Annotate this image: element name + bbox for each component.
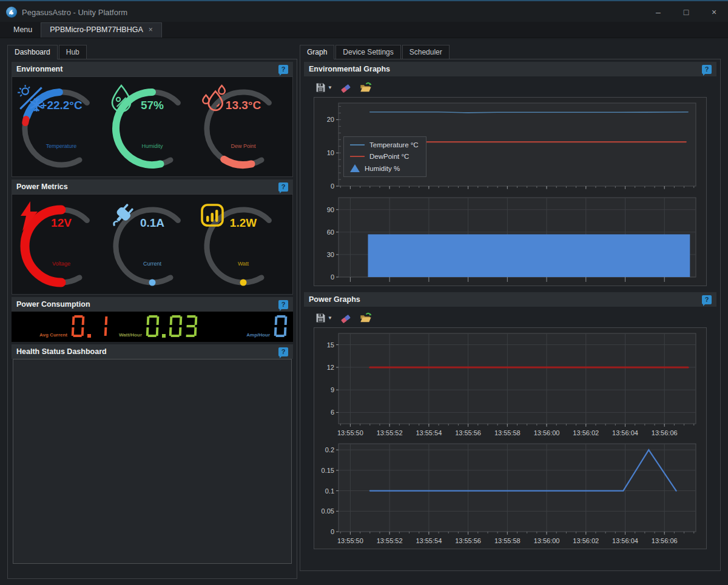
readout-avg-current: Avg Current	[18, 315, 107, 338]
content-area: Dashboard Hub Environment ? +22.2°C Temp…	[0, 38, 728, 585]
app-logo-icon	[6, 7, 17, 18]
svg-text:12: 12	[327, 364, 334, 371]
tab-scheduler[interactable]: Scheduler	[402, 45, 450, 59]
svg-text:13:56:04: 13:56:04	[612, 429, 638, 436]
tab-menu[interactable]: Menu	[5, 23, 41, 38]
environmental-graphs-header: Environmental Graphs ?	[304, 62, 716, 76]
readout-amp-hour-label: Amp/Hour	[246, 332, 270, 338]
tab-device[interactable]: PPBMicro-PPBM77HBHGA ×	[41, 22, 162, 38]
line-swatch-icon	[350, 156, 365, 157]
triangle-swatch-icon	[350, 164, 360, 172]
minimize-button[interactable]: –	[644, 2, 672, 22]
gauge-humidity-label: Humidity	[141, 143, 163, 149]
environmental-graphs-title: Environmental Graphs	[309, 65, 390, 73]
svg-text:13:56:02: 13:56:02	[573, 429, 599, 436]
environment-body: +22.2°C Temperature57% Humidity13.3°C De…	[12, 76, 293, 177]
dashboard-panel: Environment ? +22.2°C Temperature57% Hum…	[7, 59, 297, 579]
svg-text:15: 15	[327, 341, 334, 349]
help-icon[interactable]: ?	[278, 347, 288, 356]
svg-text:13:56:02: 13:56:02	[573, 537, 599, 544]
series-humidity-	[368, 235, 690, 277]
save-icon[interactable]: ▼	[315, 82, 332, 93]
legend-label: DewPoint °C	[369, 153, 409, 160]
save-icon[interactable]: ▼	[315, 312, 332, 324]
svg-text:0: 0	[331, 273, 334, 281]
svg-text:10: 10	[327, 149, 334, 156]
tab-graph[interactable]: Graph	[300, 45, 334, 59]
gauge-watt-value: 1.2W	[230, 216, 257, 230]
open-file-icon[interactable]	[359, 81, 372, 93]
power-metrics-body: 12V Voltage0.1A Current1.2W Watt	[12, 194, 293, 295]
help-icon[interactable]: ?	[702, 295, 712, 304]
gauge-humidity: 57% Humidity	[107, 83, 198, 174]
readout-watt-hour-value	[146, 315, 197, 338]
svg-text:13:55:52: 13:55:52	[377, 537, 403, 544]
chart-legend: Temperature °CDewPoint °CHumidity %	[343, 136, 426, 177]
help-icon[interactable]: ?	[278, 300, 288, 309]
chart-humidity: 0306090	[315, 193, 701, 284]
svg-text:13:55:56: 13:55:56	[455, 429, 481, 436]
help-icon[interactable]: ?	[702, 65, 712, 74]
tab-hub[interactable]: Hub	[59, 45, 87, 59]
help-icon[interactable]: ?	[278, 182, 288, 192]
environmental-charts-frame: 01020Temperature °CDewPoint °CHumidity %…	[314, 97, 707, 286]
svg-text:13:55:54: 13:55:54	[416, 429, 442, 436]
titlebar: PegasusAstro - Unity Platform – □ ×	[0, 2, 728, 22]
readout-amp-hour: Amp/Hour	[197, 315, 287, 338]
tab-device-settings[interactable]: Device Settings	[335, 45, 400, 59]
svg-text:13:55:54: 13:55:54	[416, 537, 442, 544]
svg-text:13:56:06: 13:56:06	[652, 537, 678, 544]
health-status-header: Health Status Dashboard ?	[12, 344, 293, 359]
gauge-watt: 1.2W Watt	[198, 201, 289, 292]
svg-text:13:55:56: 13:55:56	[455, 537, 481, 544]
environment-title: Environment	[16, 65, 62, 73]
close-button[interactable]: ×	[700, 2, 728, 22]
gauge-watt-label: Watt	[238, 261, 249, 267]
svg-text:0: 0	[331, 528, 334, 535]
svg-text:20: 20	[327, 116, 334, 123]
power-consumption-title: Power Consumption	[16, 300, 90, 309]
open-file-icon[interactable]	[359, 312, 372, 324]
svg-text:13:55:58: 13:55:58	[494, 537, 521, 544]
main-tab-bar: Menu PPBMicro-PPBM77HBHGA ×	[0, 22, 728, 38]
health-status-body	[13, 359, 292, 564]
chart-temperature-dewpoint: 01020Temperature °CDewPoint °CHumidity %	[315, 99, 701, 193]
power-metrics-title: Power Metrics	[16, 182, 68, 191]
readout-amp-hour-value	[274, 315, 287, 338]
gauge-humidity-value: 57%	[141, 99, 164, 112]
section-power-graphs: Power Graphs ? ▼ 69121513:55:5013:55:521…	[304, 292, 716, 549]
maximize-button[interactable]: □	[672, 2, 700, 22]
tab-close-icon[interactable]: ×	[149, 26, 153, 33]
help-icon[interactable]: ?	[278, 65, 288, 74]
erase-icon[interactable]	[340, 81, 352, 93]
chart-svg-env-humidity: 0306090	[315, 193, 701, 284]
svg-text:9: 9	[331, 386, 334, 393]
gauge-temperature-label: Temperature	[46, 143, 77, 149]
svg-text:13:56:00: 13:56:00	[534, 537, 560, 544]
section-power-consumption: Power Consumption ? Avg Current Watt/Hou…	[12, 297, 293, 342]
power-charts-frame: 69121513:55:5013:55:5213:55:5413:55:5613…	[314, 327, 707, 549]
svg-text:90: 90	[327, 206, 334, 213]
gauge-temperature-value: +22.2°C	[40, 99, 82, 112]
gauge-current-value: 0.1A	[140, 216, 164, 230]
window-controls: – □ ×	[644, 2, 728, 22]
chart-voltage: 69121513:55:5013:55:5213:55:5413:55:5613…	[315, 329, 701, 440]
gauge-current: 0.1A Current	[107, 201, 198, 292]
erase-icon[interactable]	[340, 312, 352, 324]
chart-current: 00.050.10.150.213:55:5013:55:5213:55:541…	[315, 440, 701, 547]
gauge-dewpoint: 13.3°C Dew Point	[198, 83, 289, 174]
svg-text:13:56:06: 13:56:06	[652, 429, 678, 436]
tab-dashboard[interactable]: Dashboard	[7, 45, 58, 59]
readout-watt-hour: Watt/Hour	[107, 315, 197, 338]
power-metrics-header: Power Metrics ?	[12, 179, 293, 194]
readout-avg-current-value	[72, 315, 107, 338]
section-environment: Environment ? +22.2°C Temperature57% Hum…	[12, 62, 293, 177]
readout-watt-hour-label: Watt/Hour	[119, 332, 142, 338]
svg-text:13:55:58: 13:55:58	[494, 429, 521, 436]
power-graphs-header: Power Graphs ?	[304, 292, 716, 307]
line-swatch-icon	[350, 144, 365, 145]
power-consumption-header: Power Consumption ?	[12, 297, 293, 312]
legend-item: DewPoint °C	[350, 153, 419, 160]
gauge-voltage-value: 12V	[51, 216, 72, 230]
graph-panel: Environmental Graphs ? ▼ 01020Temperatur…	[300, 59, 721, 571]
